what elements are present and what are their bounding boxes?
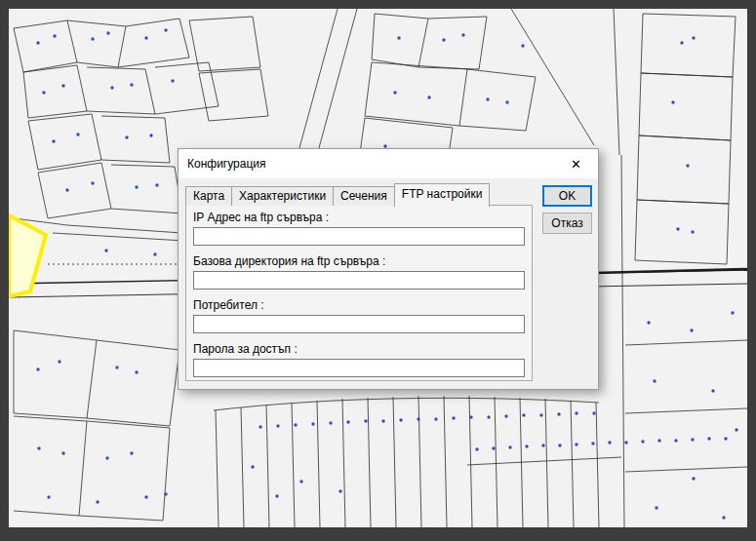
field-username: Потребител :: [193, 298, 525, 333]
password-label: Парола за достъп :: [193, 342, 525, 357]
username-label: Потребител :: [193, 298, 525, 313]
tab-map[interactable]: Карта: [185, 186, 232, 206]
field-password: Парола за достъп :: [193, 342, 525, 377]
base-directory-label: Базова директория на ftp сървъра :: [193, 254, 525, 269]
tab-strip: Карта Характеристики Сечения FTP настрой…: [185, 184, 489, 206]
field-ftp-ip: IP Адрес на ftp сървъра :: [193, 211, 525, 246]
ftp-ip-label: IP Адрес на ftp сървъра :: [193, 211, 525, 225]
tab-characteristics[interactable]: Характеристики: [231, 186, 334, 206]
dialog-titlebar[interactable]: Конфигурация ✕: [179, 149, 598, 178]
username-input[interactable]: [193, 315, 525, 333]
dialog-title: Конфигурация: [179, 157, 266, 171]
close-icon[interactable]: ✕: [554, 149, 598, 178]
ftp-settings-panel: IP Адрес на ftp сървъра : Базова директо…: [185, 205, 533, 381]
base-directory-input[interactable]: [193, 271, 525, 290]
ftp-ip-input[interactable]: [193, 227, 525, 246]
configuration-dialog: Конфигурация ✕ Карта Характеристики Сече…: [178, 148, 599, 390]
app-window: { "dialog": { "title": "Конфигурация", "…: [0, 0, 756, 541]
password-input[interactable]: [193, 359, 525, 377]
tab-ftp-settings[interactable]: FTP настройки: [394, 183, 491, 207]
field-base-directory: Базова директория на ftp сървъра :: [193, 254, 525, 290]
cancel-button[interactable]: Отказ: [542, 213, 592, 234]
parcel-highlight[interactable]: [9, 215, 46, 296]
ok-button[interactable]: OK: [542, 185, 592, 207]
tab-sections[interactable]: Сечения: [333, 186, 395, 206]
